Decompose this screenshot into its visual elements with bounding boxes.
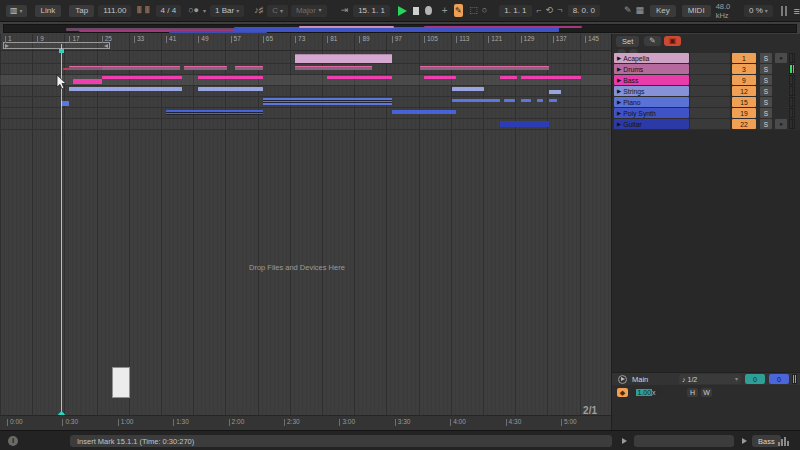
track-header-guitar[interactable]: ▶Guitar22S●	[612, 119, 800, 130]
track-play-icon[interactable]	[742, 438, 747, 444]
track-routing-area[interactable]	[690, 86, 730, 96]
solo-button[interactable]: S	[760, 108, 772, 118]
arrangement-area[interactable]: 1917253341495765738189971051131211291371…	[0, 34, 611, 430]
clip[interactable]	[420, 66, 549, 70]
nudge-down-icon[interactable]: 𝄃𝄃	[135, 6, 143, 15]
draw-mode-icon[interactable]: ✎	[622, 6, 634, 15]
capture-midi-icon[interactable]: ○	[480, 6, 489, 15]
scale-name-select[interactable]: Major▾	[291, 5, 327, 17]
solo-button[interactable]: S	[760, 97, 772, 107]
levels-icon[interactable]	[778, 437, 792, 446]
loop-start-handle-icon[interactable]	[5, 44, 9, 48]
track-fold-icon[interactable]: ▶	[617, 77, 621, 83]
clip[interactable]	[549, 90, 561, 94]
track-fold-icon[interactable]: ▶	[617, 66, 621, 72]
track-fold-icon[interactable]: ▶	[617, 121, 621, 127]
clip[interactable]	[521, 76, 581, 79]
stop-button[interactable]	[413, 7, 419, 15]
track-fold-icon[interactable]: ▶	[617, 55, 621, 61]
loop-brace[interactable]	[3, 42, 110, 49]
track-header-drums[interactable]: ▶Drums3S	[612, 64, 800, 75]
clip[interactable]	[73, 79, 101, 84]
time-signature-field[interactable]: 4 / 4	[156, 5, 182, 17]
overdub-button[interactable]: ✎	[454, 4, 464, 17]
track-header-bass[interactable]: ▶Bass9S	[612, 75, 800, 86]
arm-button[interactable]: ●	[775, 53, 787, 63]
search-field[interactable]	[634, 435, 734, 447]
quantize-menu[interactable]: 1 Bar▾	[210, 5, 244, 17]
track-header-poly-synth[interactable]: ▶Poly Synth19S	[612, 108, 800, 119]
loop-end-handle-icon[interactable]	[104, 44, 108, 48]
follow-icon[interactable]: ⇥	[339, 6, 351, 15]
track-name-block[interactable]: ▶Poly Synth	[614, 108, 689, 118]
main-track-row[interactable]: Main ♪ 1/2▾ 0 0	[612, 372, 800, 385]
clip[interactable]	[69, 87, 182, 91]
punch-out-icon[interactable]: ¬	[555, 6, 564, 15]
clip[interactable]	[504, 99, 514, 102]
clip[interactable]	[424, 76, 456, 79]
loop-length-field[interactable]: 8. 0. 0	[568, 5, 600, 17]
clip[interactable]	[392, 110, 456, 114]
track-number-box[interactable]: 1	[732, 53, 756, 63]
clip[interactable]	[327, 76, 391, 79]
clip[interactable]	[69, 66, 101, 70]
track-name-block[interactable]: ▶Acapella	[614, 53, 689, 63]
preview-play-icon[interactable]	[622, 438, 627, 444]
clip[interactable]	[102, 76, 183, 79]
play-button[interactable]	[398, 6, 407, 16]
solo-button[interactable]: S	[760, 64, 772, 74]
link-button[interactable]: Link	[35, 5, 62, 17]
beat-time-ruler[interactable]: 1917253341495765738189971051131211291371…	[0, 34, 611, 51]
track-routing-area[interactable]	[690, 119, 730, 129]
track-header-piano[interactable]: ▶Piano15S	[612, 97, 800, 108]
tempo-field[interactable]: 111.00	[98, 5, 131, 17]
solo-button[interactable]: S	[760, 119, 772, 129]
track-routing-area[interactable]	[690, 53, 730, 63]
clip[interactable]	[500, 121, 548, 127]
selection-box-icon[interactable]: ⬚	[467, 6, 480, 15]
track-name-block[interactable]: ▶Drums	[614, 64, 689, 74]
track-routing-area[interactable]	[690, 108, 730, 118]
clip[interactable]	[537, 99, 543, 102]
clip[interactable]	[263, 98, 392, 105]
window-menu-icon[interactable]: ▥▾	[6, 5, 27, 17]
clip[interactable]	[295, 54, 392, 63]
track-number-box[interactable]: 12	[732, 86, 756, 96]
menu-icon[interactable]: ≡	[794, 5, 800, 17]
computer-midi-keyboard-icon[interactable]: ▦	[633, 6, 646, 15]
tap-tempo-button[interactable]: Tap	[69, 5, 94, 17]
track-number-box[interactable]: 19	[732, 108, 756, 118]
solo-button[interactable]: S	[760, 75, 772, 85]
track-routing-area[interactable]	[690, 97, 730, 107]
record-button[interactable]	[425, 6, 432, 15]
punch-in-icon[interactable]: ⌐	[535, 6, 544, 15]
loop-switch-icon[interactable]: ⟲	[544, 6, 556, 15]
track-header-acapella[interactable]: ▶Acapella1S●	[612, 53, 800, 64]
track-routing-area[interactable]	[690, 75, 730, 85]
track-header-strings[interactable]: ▶Strings12S	[612, 86, 800, 97]
clip[interactable]	[500, 76, 516, 79]
track-number-box[interactable]: 15	[732, 97, 756, 107]
arrangement-position-field[interactable]: 15. 1. 1	[353, 5, 390, 17]
clip[interactable]	[235, 66, 263, 70]
track-routing-area[interactable]	[690, 64, 730, 74]
key-map-button[interactable]: Key	[650, 5, 676, 17]
track-name-block[interactable]: ▶Bass	[614, 75, 689, 85]
track-name-block[interactable]: ▶Piano	[614, 97, 689, 107]
clip[interactable]	[198, 76, 262, 79]
track-name-block[interactable]: ▶Strings	[614, 86, 689, 96]
speed-field[interactable]: 1.00x	[631, 388, 661, 397]
track-number-box[interactable]: 3	[732, 64, 756, 74]
clip[interactable]	[102, 66, 181, 70]
clip[interactable]	[521, 99, 531, 102]
track-number-box[interactable]: 9	[732, 75, 756, 85]
loop-start-field[interactable]: 1. 1. 1	[499, 5, 531, 17]
metronome-icon[interactable]: ○●	[186, 6, 201, 15]
track-fold-icon[interactable]: ▶	[617, 110, 621, 116]
arrangement-overview[interactable]	[3, 24, 797, 33]
clip[interactable]	[198, 87, 262, 91]
arm-button[interactable]: ●	[775, 119, 787, 129]
width-zoom-button[interactable]: W	[701, 388, 712, 397]
solo-button[interactable]: S	[760, 53, 772, 63]
info-icon[interactable]: i	[8, 436, 18, 446]
